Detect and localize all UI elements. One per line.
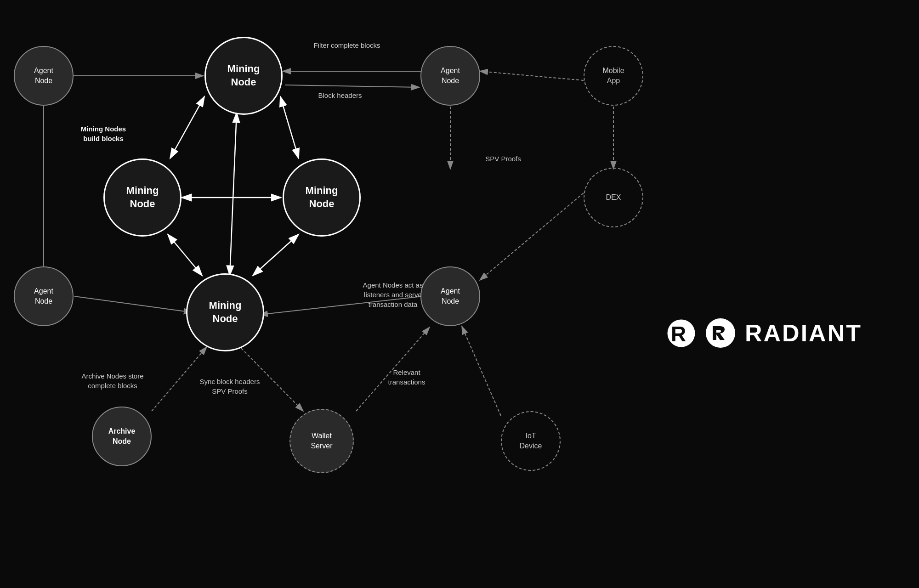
svg-line-22	[480, 71, 584, 80]
mining-node-mid-left-label: MiningNode	[126, 184, 159, 210]
svg-line-14	[285, 85, 420, 87]
svg-line-6	[170, 96, 204, 158]
label-sync-block-headers: Sync block headersSPV Proofs	[179, 377, 280, 396]
agent-node-top-left: AgentNode	[14, 46, 74, 106]
label-relevant-transactions: Relevanttransactions	[363, 368, 450, 387]
iot-device-label: IoTDevice	[520, 431, 542, 452]
svg-text:R: R	[671, 322, 686, 346]
mining-node-mid-left: MiningNode	[103, 158, 182, 237]
radiant-brand-icon	[704, 317, 737, 349]
diagram: MiningNode MiningNode MiningNode MiningN…	[0, 0, 919, 588]
iot-device-node: IoTDevice	[501, 411, 561, 471]
radiant-icon: R	[666, 318, 696, 348]
label-archive-nodes-store: Archive Nodes storecomplete blocks	[60, 371, 165, 390]
label-spv-proofs: SPV Proofs	[473, 154, 533, 164]
label-agent-nodes-listeners: Agent Nodes act aslisteners and servetra…	[340, 280, 446, 309]
mining-node-bottom: MiningNode	[186, 273, 264, 351]
agent-node-bottom-left: AgentNode	[14, 266, 74, 326]
archive-node: ArchiveNode	[92, 407, 152, 466]
svg-line-10	[253, 234, 299, 276]
mining-node-mid-right: MiningNode	[283, 158, 361, 237]
mobile-app-label: MobileApp	[602, 66, 624, 86]
agent-node-top-right: AgentNode	[420, 46, 480, 106]
mobile-app-node: MobileApp	[584, 46, 643, 106]
agent-node-top-right-label: AgentNode	[441, 66, 460, 86]
svg-line-24	[462, 326, 501, 416]
dex-node: DEX	[584, 168, 643, 227]
svg-line-11	[230, 113, 237, 276]
svg-line-23	[480, 193, 584, 280]
agent-node-bottom-left-label: AgentNode	[34, 286, 53, 307]
label-block-headers: Block headers	[294, 90, 386, 100]
agent-node-top-left-label: AgentNode	[34, 66, 53, 86]
mining-node-bottom-label: MiningNode	[209, 299, 242, 325]
label-filter-complete-blocks: Filter complete blocks	[294, 40, 400, 50]
mining-node-top: MiningNode	[204, 37, 283, 115]
svg-line-9	[168, 234, 202, 276]
wallet-server-label: WalletServer	[311, 431, 332, 452]
svg-line-7	[280, 96, 299, 158]
mining-node-top-label: MiningNode	[227, 62, 260, 89]
mining-node-mid-right-label: MiningNode	[306, 184, 338, 210]
dex-label: DEX	[606, 192, 621, 203]
wallet-server-node: WalletServer	[289, 409, 354, 473]
radiant-logo: R RADIANT	[666, 317, 862, 349]
archive-node-label: ArchiveNode	[108, 426, 136, 447]
radiant-brand-name: RADIANT	[745, 319, 862, 347]
label-mining-nodes-build: Mining Nodesbuild blocks	[60, 124, 147, 143]
svg-line-15	[74, 296, 192, 312]
